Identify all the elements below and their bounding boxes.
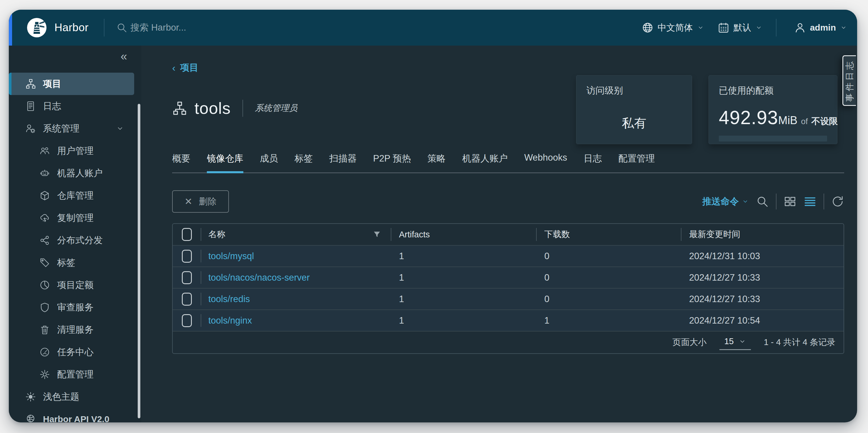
- user-icon: [794, 22, 806, 34]
- robot-icon: [39, 168, 50, 179]
- harbor-window: Harbor 搜索 Harbor... 中文简体 默认 admin: [9, 10, 857, 423]
- select-all-checkbox[interactable]: [182, 228, 192, 241]
- app-header: Harbor 搜索 Harbor... 中文简体 默认 admin: [9, 10, 857, 45]
- row-checkbox[interactable]: [182, 293, 192, 306]
- header-right: 中文简体 默认 admin: [628, 19, 847, 36]
- breadcrumb[interactable]: ‹ 项目: [172, 61, 844, 74]
- chevron-down-icon: [742, 198, 749, 205]
- table-row: tools/mysql 1 0 2024/12/31 10:03: [173, 245, 844, 267]
- sidebar-item-logs[interactable]: 日志: [9, 95, 141, 117]
- toolbar-right: 推送命令: [702, 193, 844, 210]
- sidebar-item-job-center[interactable]: 任务中心: [9, 341, 141, 363]
- language-menu[interactable]: 中文简体: [642, 22, 704, 34]
- project-tabs: 概要 镜像仓库 成员 标签 扫描器 P2P 预热 策略 机器人账户 Webhoo…: [172, 152, 844, 173]
- table-row: tools/nginx 1 1 2024/12/27 10:54: [173, 309, 844, 331]
- global-search[interactable]: 搜索 Harbor...: [116, 22, 186, 34]
- column-updated[interactable]: 最新变更时间: [689, 228, 740, 240]
- row-checkbox[interactable]: [182, 250, 192, 263]
- artifacts-count: 1: [391, 267, 536, 288]
- row-checkbox[interactable]: [182, 271, 192, 284]
- sidebar-item-quotas[interactable]: 项目定额: [9, 274, 141, 296]
- push-command-label: 推送命令: [702, 195, 739, 208]
- tab-configuration[interactable]: 配置管理: [619, 152, 655, 173]
- users-icon: [39, 146, 50, 156]
- nav-label: 日志: [43, 100, 61, 112]
- refresh-icon[interactable]: [831, 195, 844, 208]
- document-icon: [25, 101, 36, 112]
- gauge-icon: [39, 347, 50, 358]
- row-divider: [201, 293, 201, 305]
- sidebar-item-replications[interactable]: 复制管理: [9, 207, 141, 229]
- sidebar-item-api-link[interactable]: Harbor API V2.0: [9, 408, 141, 423]
- nav-label: 项目定额: [57, 279, 94, 291]
- artifacts-count: 1: [391, 246, 536, 267]
- downloads-count: 0: [536, 288, 681, 309]
- sidebar-nav: 项目 日志 系统管理 用户管理 机器人账户: [9, 73, 141, 423]
- nav-label: 用户管理: [57, 145, 94, 157]
- nav-label: 项目: [43, 78, 61, 90]
- push-command-dropdown[interactable]: 推送命令: [702, 195, 749, 208]
- harbor-logo[interactable]: [27, 18, 46, 37]
- updated-time: 2024/12/27 10:33: [681, 288, 844, 309]
- column-name[interactable]: 名称: [208, 228, 225, 240]
- role-badge: 系统管理员: [255, 102, 298, 114]
- row-divider: [201, 271, 201, 284]
- theme-menu[interactable]: 默认: [718, 22, 763, 34]
- nav-label: 浅色主题: [43, 391, 80, 403]
- edge-accent-bar: [9, 10, 12, 45]
- nav-label: 配置管理: [57, 368, 94, 381]
- tab-labels[interactable]: 标签: [294, 152, 313, 173]
- list-view-icon[interactable]: [804, 195, 816, 208]
- api-globe-icon: [25, 414, 36, 423]
- repositories-table: 名称 Artifacts 下载数 最新变更时间 tools/mysql 1: [172, 223, 844, 354]
- page-size-select[interactable]: 15: [719, 335, 751, 350]
- breadcrumb-projects-link[interactable]: 项目: [180, 61, 198, 74]
- lighthouse-icon: [28, 19, 45, 36]
- trash-icon: [39, 324, 50, 335]
- card-view-icon[interactable]: [783, 195, 797, 208]
- tab-logs[interactable]: 日志: [584, 152, 602, 173]
- sidebar-item-system[interactable]: 系统管理: [9, 117, 141, 140]
- tab-p2p-preheat[interactable]: P2P 预热: [373, 152, 411, 173]
- tab-webhooks[interactable]: Webhooks: [524, 152, 567, 173]
- user-menu[interactable]: admin: [794, 22, 847, 34]
- header-divider: [104, 19, 104, 36]
- repo-link[interactable]: tools/nacos/nacos-server: [208, 272, 310, 283]
- sidebar-item-projects[interactable]: 项目: [9, 73, 134, 95]
- sidebar-item-distributions[interactable]: 分布式分发: [9, 229, 141, 251]
- sidebar-scrollbar[interactable]: [138, 104, 141, 418]
- row-checkbox[interactable]: [182, 314, 192, 327]
- column-artifacts[interactable]: Artifacts: [399, 230, 430, 240]
- updated-time: 2024/12/27 10:33: [681, 267, 844, 288]
- sidebar-item-robot-accounts[interactable]: 机器人账户: [9, 162, 141, 184]
- sidebar-collapse-button[interactable]: «: [121, 50, 127, 62]
- toolbar-divider: [824, 193, 824, 210]
- chevron-down-icon: [739, 338, 746, 345]
- nav-label: 标签: [57, 256, 75, 269]
- event-log-tab[interactable]: 事件日志: [842, 55, 856, 106]
- tab-members[interactable]: 成员: [260, 152, 278, 173]
- tab-policy[interactable]: 策略: [428, 152, 446, 173]
- sidebar-item-theme-toggle[interactable]: 浅色主题: [9, 385, 141, 408]
- sidebar-item-interrogation[interactable]: 审查服务: [9, 296, 141, 318]
- column-downloads[interactable]: 下载数: [544, 228, 570, 240]
- tab-repositories[interactable]: 镜像仓库: [207, 152, 243, 173]
- sidebar-item-registries[interactable]: 仓库管理: [9, 184, 141, 207]
- delete-button[interactable]: ✕ 删除: [172, 190, 229, 213]
- filter-icon[interactable]: [373, 230, 381, 238]
- repo-link[interactable]: tools/nginx: [208, 315, 252, 326]
- sidebar-item-gc[interactable]: 清理服务: [9, 318, 141, 341]
- repo-link[interactable]: tools/redis: [208, 294, 250, 305]
- org-chart-icon: [25, 79, 36, 89]
- sidebar-item-users[interactable]: 用户管理: [9, 140, 141, 162]
- delete-label: 删除: [199, 196, 217, 208]
- sidebar-item-labels[interactable]: 标签: [9, 251, 141, 274]
- downloads-count: 0: [536, 267, 681, 288]
- sun-icon: [25, 392, 36, 402]
- search-icon[interactable]: [756, 195, 769, 208]
- tab-scanners[interactable]: 扫描器: [329, 152, 356, 173]
- tab-robot-accounts[interactable]: 机器人账户: [462, 152, 508, 173]
- sidebar-item-config[interactable]: 配置管理: [9, 363, 141, 385]
- tab-overview[interactable]: 概要: [172, 152, 190, 173]
- repo-link[interactable]: tools/mysql: [208, 251, 254, 261]
